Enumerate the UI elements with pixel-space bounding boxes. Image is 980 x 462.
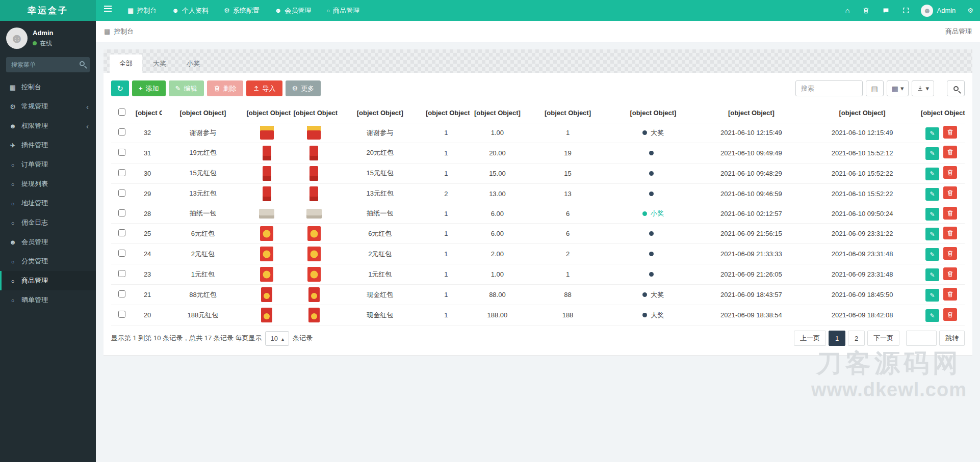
edit-row-button[interactable] <box>925 147 939 160</box>
row-checkbox[interactable] <box>118 290 125 297</box>
home-button[interactable] <box>838 0 856 21</box>
table-row[interactable]: 24 2元红包 2元红包 1 2.00 2 <box>111 244 965 264</box>
clear-cache-button[interactable] <box>856 0 876 21</box>
next-page-button[interactable]: 下一页 <box>867 331 899 346</box>
delete-row-button[interactable] <box>943 166 957 179</box>
delete-row-button[interactable] <box>943 267 957 280</box>
delete-row-button[interactable] <box>943 288 957 301</box>
top-nav-item[interactable]: 商品管理 <box>319 0 367 21</box>
table-row[interactable]: 25 6元红包 6元红包 1 6.00 6 <box>111 224 965 244</box>
user-menu[interactable]: Admin <box>916 0 961 21</box>
delete-row-button[interactable] <box>943 126 957 139</box>
sidebar-menu-item[interactable]: 佣金日志 <box>0 213 96 232</box>
product-image[interactable] <box>260 226 273 241</box>
carousel-image[interactable] <box>310 146 318 160</box>
sidebar-menu-item[interactable]: 常规管理 <box>0 97 96 116</box>
delete-row-button[interactable] <box>943 146 957 158</box>
column-header[interactable]: [object Object] <box>162 103 243 123</box>
more-button[interactable]: 更多 <box>286 80 321 96</box>
row-checkbox[interactable] <box>118 270 125 277</box>
column-header[interactable]: [object Object] <box>133 103 163 123</box>
row-checkbox[interactable] <box>118 128 125 135</box>
table-row[interactable]: 29 13元红包 13元红包 2 13.00 13 <box>111 183 965 204</box>
sidebar-menu-item[interactable]: 提现列表 <box>0 174 96 194</box>
add-button[interactable]: 添加 <box>132 80 166 96</box>
carousel-image[interactable] <box>307 247 321 261</box>
carousel-image[interactable] <box>307 126 321 140</box>
edit-row-button[interactable] <box>925 188 939 201</box>
delete-button[interactable]: 删除 <box>207 80 243 96</box>
carousel-image[interactable] <box>310 186 318 201</box>
edit-button[interactable]: 编辑 <box>169 80 204 96</box>
sidebar-menu-item[interactable]: 会员管理 <box>0 232 96 252</box>
carousel-image[interactable] <box>306 209 322 219</box>
carousel-image[interactable] <box>308 308 320 322</box>
edit-row-button[interactable] <box>925 208 939 221</box>
row-checkbox[interactable] <box>118 229 125 236</box>
jump-page-input[interactable] <box>906 331 937 346</box>
export-button[interactable] <box>912 80 934 96</box>
sidebar-menu-item[interactable]: 晒单管理 <box>0 290 96 310</box>
row-checkbox[interactable] <box>118 209 125 216</box>
product-image[interactable] <box>260 126 274 140</box>
delete-row-button[interactable] <box>943 308 957 321</box>
jump-button[interactable]: 跳转 <box>939 331 965 346</box>
prev-page-button[interactable]: 上一页 <box>794 331 826 346</box>
table-search-input[interactable] <box>795 80 863 96</box>
column-header[interactable]: [object Object] <box>470 103 525 123</box>
filter-tab[interactable]: 小奖 <box>177 55 210 73</box>
sidebar-menu-item[interactable]: 商品管理 <box>0 271 96 290</box>
product-image[interactable] <box>263 146 271 160</box>
column-header[interactable]: [object Object] <box>243 103 290 123</box>
product-image[interactable] <box>260 247 273 261</box>
column-header[interactable]: [object Object] <box>338 103 423 123</box>
sidebar-menu-item[interactable]: 订单管理 <box>0 155 96 174</box>
column-header[interactable]: [object Object] <box>423 103 470 123</box>
page-size-select[interactable]: 10 <box>265 331 289 346</box>
edit-row-button[interactable] <box>925 309 939 322</box>
product-image[interactable] <box>260 267 273 282</box>
page-number-button[interactable]: 2 <box>848 331 865 346</box>
product-image[interactable] <box>261 287 272 302</box>
top-nav-item[interactable]: 控制台 <box>120 0 164 21</box>
column-header[interactable]: [object Object] <box>807 103 918 123</box>
table-row[interactable]: 23 1元红包 1元红包 1 1.00 1 <box>111 264 965 285</box>
row-checkbox[interactable] <box>118 250 125 257</box>
edit-row-button[interactable] <box>925 168 939 180</box>
table-row[interactable]: 21 88元红包 现金红包 1 88.00 88 大奖 <box>111 285 965 305</box>
column-header[interactable]: [object Object] <box>918 103 965 123</box>
product-image[interactable] <box>263 186 271 201</box>
settings-button[interactable] <box>961 0 980 21</box>
carousel-image[interactable] <box>308 287 320 302</box>
table-row[interactable]: 31 19元红包 20元红包 1 20.00 19 <box>111 143 965 163</box>
delete-row-button[interactable] <box>943 207 957 220</box>
search-toggle-button[interactable] <box>947 80 965 96</box>
edit-row-button[interactable] <box>925 127 939 140</box>
message-button[interactable] <box>876 0 896 21</box>
refresh-button[interactable] <box>111 80 129 96</box>
table-row[interactable]: 28 抽纸一包 抽纸一包 1 6.00 6 小奖 <box>111 204 965 224</box>
page-number-button[interactable]: 1 <box>829 331 845 346</box>
row-checkbox[interactable] <box>118 189 125 197</box>
row-checkbox[interactable] <box>118 311 125 318</box>
sidebar-menu-item[interactable]: 控制台 <box>0 77 96 97</box>
table-row[interactable]: 30 15元红包 15元红包 1 15.00 15 <box>111 163 965 183</box>
sidebar-menu-item[interactable]: 地址管理 <box>0 194 96 213</box>
sidebar-menu-item[interactable]: 权限管理 <box>0 116 96 135</box>
app-logo[interactable]: 幸运盒子 <box>0 0 96 21</box>
menu-search-input[interactable] <box>6 57 90 72</box>
product-image[interactable] <box>263 166 271 181</box>
top-nav-item[interactable]: 会员管理 <box>267 0 319 21</box>
delete-row-button[interactable] <box>943 247 957 260</box>
sidebar-menu-item[interactable]: 插件管理 <box>0 135 96 155</box>
top-nav-item[interactable]: 个人资料 <box>164 0 216 21</box>
column-header[interactable]: [object Object] <box>610 103 695 123</box>
edit-row-button[interactable] <box>925 289 939 302</box>
edit-row-button[interactable] <box>925 268 939 281</box>
columns-toggle-button[interactable] <box>887 80 909 96</box>
carousel-image[interactable] <box>307 267 321 282</box>
column-header[interactable]: [object Object] <box>525 103 610 123</box>
filter-tab[interactable]: 大奖 <box>143 55 176 73</box>
table-row[interactable]: 32 谢谢参与 谢谢参与 1 1.00 1 大奖 <box>111 123 965 143</box>
delete-row-button[interactable] <box>943 186 957 199</box>
